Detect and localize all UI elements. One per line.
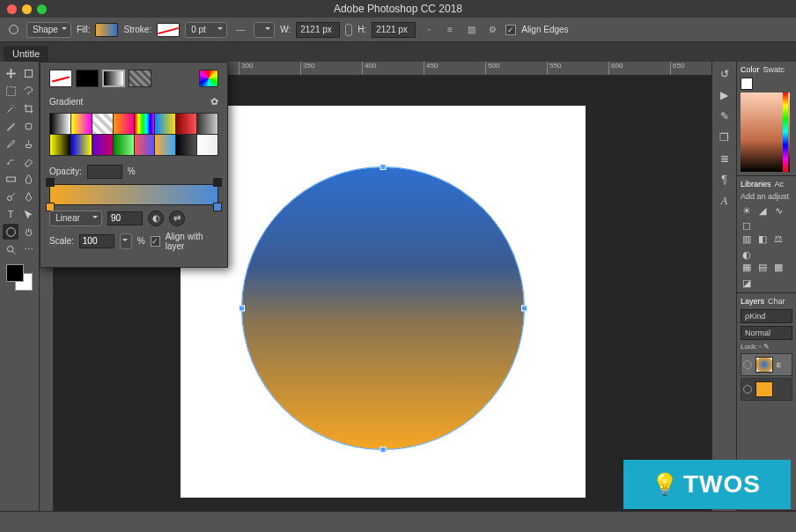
opacity-stop-right[interactable] xyxy=(213,178,222,187)
gradient-preset[interactable] xyxy=(50,114,70,134)
marquee-tool-icon[interactable] xyxy=(3,83,18,99)
clone-stamp-tool-icon[interactable] xyxy=(20,136,36,151)
gradient-preset[interactable] xyxy=(176,135,196,155)
path-arrangement-icon[interactable]: ▧ xyxy=(463,22,479,38)
gradient-preset[interactable] xyxy=(92,114,113,134)
gradient-type-dropdown[interactable]: Linear xyxy=(49,211,102,226)
path-selection-tool-icon[interactable] xyxy=(20,206,36,222)
layer-row[interactable]: E xyxy=(741,353,792,376)
gradient-preset[interactable] xyxy=(155,135,175,155)
lasso-tool-icon[interactable] xyxy=(20,83,36,99)
color-balance-icon[interactable]: ⚖ xyxy=(772,233,785,245)
path-alignment-icon[interactable]: ≡ xyxy=(442,22,458,38)
shape-tool-icon[interactable] xyxy=(3,224,18,240)
layer-filter-kind[interactable]: ρ Kind xyxy=(741,309,792,323)
color-picker-field[interactable] xyxy=(741,92,790,172)
paragraph-panel-icon[interactable]: ¶ xyxy=(718,173,732,187)
blur-tool-icon[interactable] xyxy=(20,171,36,187)
settings-gear-icon[interactable]: ⚙ xyxy=(484,22,500,38)
gradient-preset[interactable] xyxy=(155,114,175,134)
tab-libraries[interactable]: Libraries xyxy=(741,180,771,188)
gradient-preset[interactable] xyxy=(197,135,217,155)
ellipse-shape[interactable] xyxy=(242,167,524,449)
fill-type-pattern[interactable] xyxy=(129,70,151,87)
history-panel-icon[interactable]: ↺ xyxy=(718,67,732,81)
gradient-options-gear-icon[interactable]: ✿ xyxy=(210,96,218,107)
visibility-eye-icon[interactable] xyxy=(743,360,752,369)
foreground-background-swatch[interactable] xyxy=(6,264,33,291)
history-brush-tool-icon[interactable] xyxy=(3,153,18,169)
tab-channels[interactable]: Char xyxy=(768,297,785,306)
hue-icon[interactable]: ◧ xyxy=(756,233,769,245)
crop-tool-icon[interactable] xyxy=(20,100,36,116)
play-panel-icon[interactable]: ▶ xyxy=(718,88,732,102)
link-dimensions-icon[interactable] xyxy=(345,24,352,36)
opacity-stop-left[interactable] xyxy=(46,178,55,187)
tab-color[interactable]: Color xyxy=(741,65,760,74)
color-fg-swatch[interactable] xyxy=(741,78,753,90)
color-stop-right[interactable] xyxy=(213,203,222,211)
angle-dial-icon[interactable]: ◐ xyxy=(148,211,164,226)
align-edges-checkbox[interactable] xyxy=(505,25,516,35)
selection-handle-top[interactable] xyxy=(380,164,387,170)
fill-swatch[interactable] xyxy=(95,23,118,37)
gradient-preset[interactable] xyxy=(114,135,134,155)
path-operations-icon[interactable]: ▫ xyxy=(421,22,437,38)
visibility-eye-icon[interactable] xyxy=(743,385,752,394)
tab-adjustments[interactable]: Ac xyxy=(775,180,785,188)
curves-icon[interactable]: ∿ xyxy=(772,204,785,217)
info-panel-icon[interactable]: ≣ xyxy=(718,151,732,166)
vibrance-icon[interactable]: ▥ xyxy=(741,233,753,245)
gradient-preset[interactable] xyxy=(176,114,196,134)
artboard[interactable] xyxy=(181,106,586,498)
photo-filter-icon[interactable]: ▦ xyxy=(741,261,753,273)
shape-mode-dropdown[interactable]: Shape xyxy=(26,22,71,38)
layer-row[interactable] xyxy=(741,378,792,401)
fill-type-gradient[interactable] xyxy=(102,70,125,87)
dodge-tool-icon[interactable] xyxy=(3,188,18,204)
align-with-layer-checkbox[interactable] xyxy=(151,236,160,247)
gradient-tool-icon[interactable] xyxy=(3,171,18,187)
clone-panel-icon[interactable]: ❐ xyxy=(718,130,732,144)
tab-swatches[interactable]: Swatc xyxy=(763,65,785,74)
selection-handle-bottom[interactable] xyxy=(380,447,387,453)
active-tool-icon[interactable] xyxy=(5,22,21,38)
scale-input[interactable] xyxy=(79,234,114,248)
gradient-preset[interactable] xyxy=(114,114,134,134)
artboard-tool-icon[interactable] xyxy=(20,65,36,81)
gradient-preset[interactable] xyxy=(135,114,155,134)
blend-mode-dropdown[interactable]: Normal xyxy=(741,326,792,340)
gradient-preset[interactable] xyxy=(92,135,113,155)
eraser-tool-icon[interactable] xyxy=(20,153,36,169)
color-picker-icon[interactable] xyxy=(199,70,218,87)
selection-handle-right[interactable] xyxy=(521,306,527,312)
stroke-width-dropdown[interactable]: 0 pt xyxy=(185,22,227,38)
levels-icon[interactable]: ◢ xyxy=(756,204,769,217)
bw-icon[interactable]: ◐ xyxy=(741,248,753,261)
width-input[interactable] xyxy=(296,22,340,38)
hand-tool-icon[interactable] xyxy=(20,224,36,240)
gradient-preset[interactable] xyxy=(197,114,217,134)
canvas-area[interactable]: 1502002503003504004505005506006507007508… xyxy=(40,62,711,511)
character-panel-icon[interactable]: A xyxy=(718,194,732,208)
gradient-preset[interactable] xyxy=(135,135,155,155)
lookup-icon[interactable]: ▩ xyxy=(772,261,785,273)
gradient-angle-input[interactable] xyxy=(107,211,143,225)
eyedropper-tool-icon[interactable] xyxy=(3,118,18,134)
exposure-icon[interactable]: ☐ xyxy=(741,220,753,233)
scale-dropdown[interactable] xyxy=(120,233,132,249)
move-tool-icon[interactable] xyxy=(3,65,18,81)
invert-icon[interactable]: ◪ xyxy=(741,277,753,289)
channel-mixer-icon[interactable]: ▤ xyxy=(756,261,769,273)
selection-handle-left[interactable] xyxy=(239,306,245,312)
edit-toolbar-icon[interactable]: ⋯ xyxy=(20,241,36,257)
fill-type-none[interactable] xyxy=(49,70,72,87)
fill-type-solid[interactable] xyxy=(76,70,99,87)
gradient-preset[interactable] xyxy=(71,114,92,134)
gradient-preset[interactable] xyxy=(71,135,92,155)
zoom-tool-icon[interactable] xyxy=(3,241,18,257)
reverse-gradient-icon[interactable]: ⇄ xyxy=(169,211,185,226)
height-input[interactable] xyxy=(372,22,416,38)
layer-thumbnail[interactable] xyxy=(755,357,773,373)
healing-brush-tool-icon[interactable] xyxy=(20,118,36,134)
